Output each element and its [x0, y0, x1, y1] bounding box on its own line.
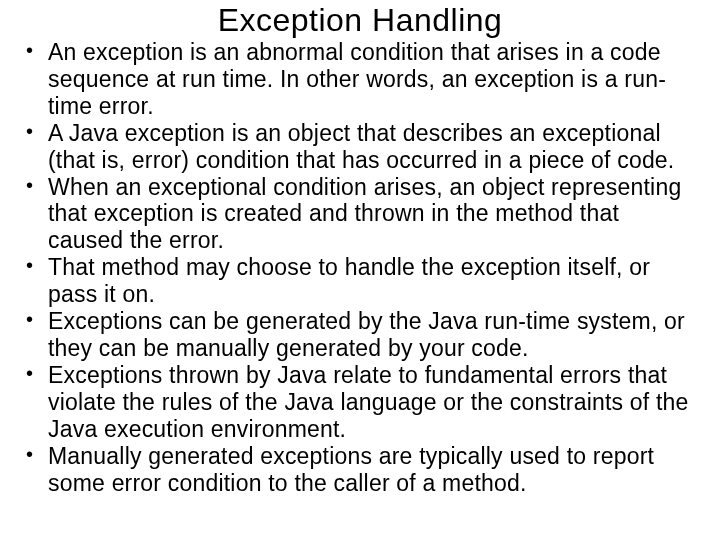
list-item: A Java exception is an object that descr…: [48, 120, 700, 174]
list-item: That method may choose to handle the exc…: [48, 254, 700, 308]
slide-title: Exception Handling: [20, 2, 700, 39]
list-item: Exceptions thrown by Java relate to fund…: [48, 362, 700, 443]
list-item: When an exceptional condition arises, an…: [48, 174, 700, 255]
list-item: Manually generated exceptions are typica…: [48, 443, 700, 497]
list-item: An exception is an abnormal condition th…: [48, 39, 700, 120]
slide-container: Exception Handling An exception is an ab…: [0, 0, 720, 540]
list-item: Exceptions can be generated by the Java …: [48, 308, 700, 362]
bullet-list: An exception is an abnormal condition th…: [20, 39, 700, 496]
